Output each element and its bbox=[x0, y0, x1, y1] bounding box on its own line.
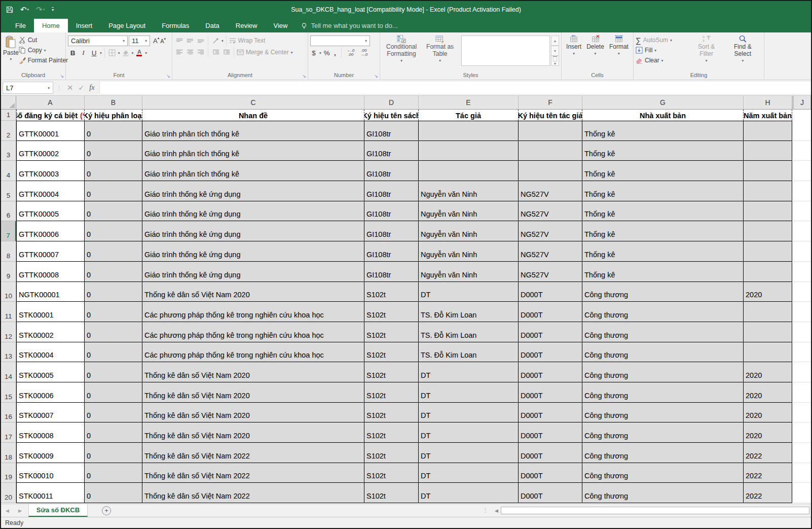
row-header-8[interactable]: 8 bbox=[1, 241, 16, 262]
cell-J20[interactable] bbox=[792, 483, 811, 503]
cell-H7[interactable] bbox=[744, 221, 792, 241]
row-header-19[interactable]: 19 bbox=[1, 463, 16, 483]
tell-me-box[interactable]: Tell me what you want to do... bbox=[301, 19, 397, 32]
row-header-7[interactable]: 7 bbox=[1, 221, 16, 241]
cell-E15[interactable]: DT bbox=[419, 382, 519, 403]
cell-B12[interactable]: 0 bbox=[85, 322, 142, 342]
row-header-6[interactable]: 6 bbox=[1, 201, 16, 222]
cell-D2[interactable]: GI108tr bbox=[364, 121, 419, 141]
cell-J4[interactable] bbox=[792, 161, 811, 181]
row-header-11[interactable]: 11 bbox=[1, 302, 16, 322]
cell-E4[interactable] bbox=[419, 161, 519, 181]
cell-B17[interactable]: 0 bbox=[85, 422, 142, 443]
cell-J2[interactable] bbox=[792, 121, 811, 141]
cell-G5[interactable]: Thống kê bbox=[582, 181, 744, 201]
cell-G11[interactable]: Công thương bbox=[582, 302, 744, 322]
cell-G20[interactable]: Công thương bbox=[582, 483, 744, 503]
scrollbar-track[interactable] bbox=[501, 506, 811, 515]
cell-A17[interactable]: STK00008 bbox=[16, 422, 85, 443]
cell-G9[interactable]: Thống kê bbox=[582, 262, 744, 282]
cell-A12[interactable]: STK00002 bbox=[16, 322, 85, 342]
cell-J10[interactable] bbox=[792, 282, 811, 302]
format-painter-button[interactable]: Format Painter bbox=[19, 56, 68, 65]
column-header-G[interactable]: G bbox=[582, 96, 744, 110]
row-header-14[interactable]: 14 bbox=[1, 362, 16, 382]
cancel-entry-icon[interactable]: ✕ bbox=[67, 83, 73, 92]
cell-F18[interactable]: D000T bbox=[519, 443, 582, 463]
tab-data[interactable]: Data bbox=[197, 19, 227, 32]
tab-file[interactable]: File bbox=[7, 19, 34, 32]
cell-H18[interactable]: 2022 bbox=[744, 443, 792, 463]
cell-G14[interactable]: Công thương bbox=[582, 362, 744, 382]
cell-H4[interactable] bbox=[744, 161, 792, 181]
font-color-button[interactable]: A bbox=[134, 48, 144, 58]
clear-button[interactable]: Clear ▾ bbox=[636, 55, 689, 65]
cell-C3[interactable]: Giáo trình phân tích thống kê bbox=[142, 141, 364, 161]
cell-J11[interactable] bbox=[792, 302, 811, 322]
cell-A8[interactable]: GTTK00007 bbox=[16, 241, 85, 262]
cell-A13[interactable]: STK00004 bbox=[16, 342, 85, 363]
cell-G7[interactable]: Thống kê bbox=[582, 221, 744, 241]
delete-cells-button[interactable]: Delete ▾ bbox=[584, 34, 606, 57]
align-center-button[interactable] bbox=[185, 47, 195, 57]
merge-center-button[interactable]: Merge & Center ▾ bbox=[237, 49, 292, 56]
cell-G17[interactable]: Công thương bbox=[582, 422, 744, 443]
sheet-tab-active[interactable]: Sửa số ĐKCB bbox=[28, 504, 88, 517]
cell-H20[interactable]: 2022 bbox=[744, 483, 792, 503]
cell-H19[interactable]: 2022 bbox=[744, 463, 792, 483]
cell-G2[interactable]: Thống kê bbox=[582, 121, 744, 141]
column-header-E[interactable]: E bbox=[419, 96, 519, 110]
dialog-launcher-icon[interactable]: ↘ bbox=[166, 74, 170, 79]
cell-J13[interactable] bbox=[792, 342, 811, 363]
cell-D18[interactable]: S102t bbox=[364, 443, 419, 463]
cell-H14[interactable]: 2020 bbox=[744, 362, 792, 382]
cell-C18[interactable]: Thống kê dân số Việt Nam 2022 bbox=[142, 443, 364, 463]
cell-F5[interactable]: NG527V bbox=[519, 181, 582, 201]
cell-A1[interactable]: Số đăng ký cá biệt(*) bbox=[16, 110, 85, 121]
cell-F10[interactable]: D000T bbox=[519, 282, 582, 302]
cell-B2[interactable]: 0 bbox=[85, 121, 142, 141]
cell-B8[interactable]: 0 bbox=[85, 241, 142, 262]
cell-D6[interactable]: GI108tr bbox=[364, 201, 419, 222]
cell-F16[interactable]: D000T bbox=[519, 403, 582, 423]
cell-A10[interactable]: NGTK00001 bbox=[16, 282, 85, 302]
cell-F13[interactable]: D000T bbox=[519, 342, 582, 363]
cell-D7[interactable]: GI108tr bbox=[364, 221, 419, 241]
cell-E6[interactable]: Nguyễn văn Ninh bbox=[419, 201, 519, 222]
customize-qat-button[interactable]: ▾ bbox=[52, 7, 54, 12]
cell-D4[interactable]: GI108tr bbox=[364, 161, 419, 181]
cell-C9[interactable]: Giáo trình thống kê ứng dụng bbox=[142, 262, 364, 282]
cell-H6[interactable] bbox=[744, 201, 792, 222]
cell-E12[interactable]: TS. Đỗ Kim Loan bbox=[419, 322, 519, 342]
cell-H8[interactable] bbox=[744, 241, 792, 262]
scrollbar-thumb[interactable] bbox=[501, 507, 809, 514]
cell-J7[interactable] bbox=[792, 221, 811, 241]
copy-button[interactable]: Copy ▾ bbox=[19, 46, 68, 55]
cell-A16[interactable]: STK00007 bbox=[16, 403, 85, 423]
cell-B11[interactable]: 0 bbox=[85, 302, 142, 322]
tab-insert[interactable]: Insert bbox=[68, 19, 101, 32]
cell-A3[interactable]: GTTK00002 bbox=[16, 141, 85, 161]
cell-E7[interactable]: Nguyễn văn Ninh bbox=[419, 221, 519, 241]
cell-D1[interactable]: Ký hiệu tên sách bbox=[364, 110, 419, 121]
cell-F15[interactable]: D000T bbox=[519, 382, 582, 403]
cell-F17[interactable]: D000T bbox=[519, 422, 582, 443]
cell-J1[interactable] bbox=[792, 110, 811, 121]
cell-D5[interactable]: GI108tr bbox=[364, 181, 419, 201]
cell-B10[interactable]: 0 bbox=[85, 282, 142, 302]
dialog-launcher-icon[interactable]: ↘ bbox=[60, 74, 64, 79]
cell-G12[interactable]: Công thương bbox=[582, 322, 744, 342]
cell-E14[interactable]: DT bbox=[419, 362, 519, 382]
cell-G6[interactable]: Thống kê bbox=[582, 201, 744, 222]
column-header-D[interactable]: D bbox=[364, 96, 419, 110]
cell-F9[interactable]: NG527V bbox=[519, 262, 582, 282]
undo-button[interactable]: ↶▾ bbox=[20, 5, 29, 14]
cell-H17[interactable]: 2020 bbox=[744, 422, 792, 443]
cell-J12[interactable] bbox=[792, 322, 811, 342]
redo-button[interactable]: ↷▾ bbox=[36, 5, 45, 14]
number-format-combo[interactable]: ▾ bbox=[310, 36, 370, 46]
cell-A2[interactable]: GTTK00001 bbox=[16, 121, 85, 141]
new-sheet-button[interactable]: + bbox=[102, 506, 111, 515]
conditional-formatting-button[interactable]: Conditional Formatting ▾ bbox=[382, 34, 421, 64]
cell-B4[interactable]: 0 bbox=[85, 161, 142, 181]
